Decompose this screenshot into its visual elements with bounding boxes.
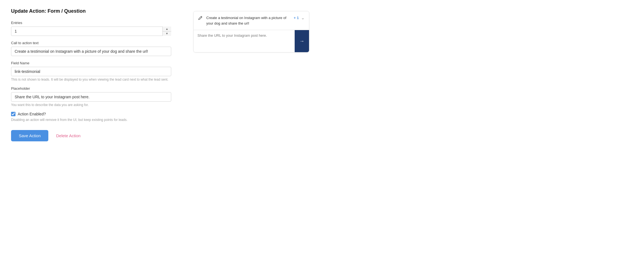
field-name-hint: This is not shown to leads. It will be d…	[11, 78, 171, 81]
entries-input[interactable]	[11, 27, 171, 36]
entries-input-wrapper: ▲ ▼	[11, 27, 171, 36]
preview-textarea[interactable]	[194, 30, 295, 52]
left-panel: Update Action: Form / Question Entries ▲…	[11, 8, 171, 141]
save-button[interactable]: Save Action	[11, 130, 48, 141]
field-name-label: Field Name	[11, 61, 171, 65]
actions-row: Save Action Delete Action	[11, 130, 171, 141]
cta-group: Call to action text	[11, 41, 171, 56]
preview-card-header: Create a testimonial on Instagram with a…	[194, 11, 309, 30]
preview-chevron-icon[interactable]: ⌄	[301, 15, 305, 20]
preview-card-meta: + 1 ⌄	[294, 15, 305, 20]
cta-label: Call to action text	[11, 41, 171, 45]
placeholder-hint: You want this to describe the data you a…	[11, 103, 171, 107]
cta-input[interactable]	[11, 47, 171, 56]
delete-button[interactable]: Delete Action	[54, 130, 83, 141]
preview-card-title: Create a testimonial on Instagram with a…	[206, 15, 291, 26]
placeholder-input[interactable]	[11, 92, 171, 102]
entries-spinner: ▲ ▼	[162, 27, 171, 36]
entries-spin-up[interactable]: ▲	[163, 27, 171, 31]
placeholder-label: Placeholder	[11, 86, 171, 91]
page-title: Update Action: Form / Question	[11, 8, 171, 14]
entries-label: Entries	[11, 21, 171, 25]
field-name-input[interactable]	[11, 67, 171, 76]
action-enabled-group: Action Enabled? Disabling an action will…	[11, 112, 171, 122]
preview-card: Create a testimonial on Instagram with a…	[193, 11, 309, 52]
right-panel: Create a testimonial on Instagram with a…	[193, 8, 309, 141]
preview-action-icon	[198, 16, 203, 22]
action-enabled-hint: Disabling an action will remove it from …	[11, 118, 171, 122]
entries-spin-down[interactable]: ▼	[163, 31, 171, 36]
action-enabled-row: Action Enabled?	[11, 112, 171, 116]
preview-points: + 1	[294, 16, 299, 20]
field-name-group: Field Name This is not shown to leads. I…	[11, 61, 171, 81]
preview-card-body: →	[194, 30, 309, 52]
action-enabled-checkbox[interactable]	[11, 112, 15, 116]
action-enabled-label[interactable]: Action Enabled?	[18, 112, 46, 116]
preview-submit-button[interactable]: →	[295, 30, 309, 52]
entries-group: Entries ▲ ▼	[11, 21, 171, 36]
placeholder-group: Placeholder You want this to describe th…	[11, 86, 171, 107]
